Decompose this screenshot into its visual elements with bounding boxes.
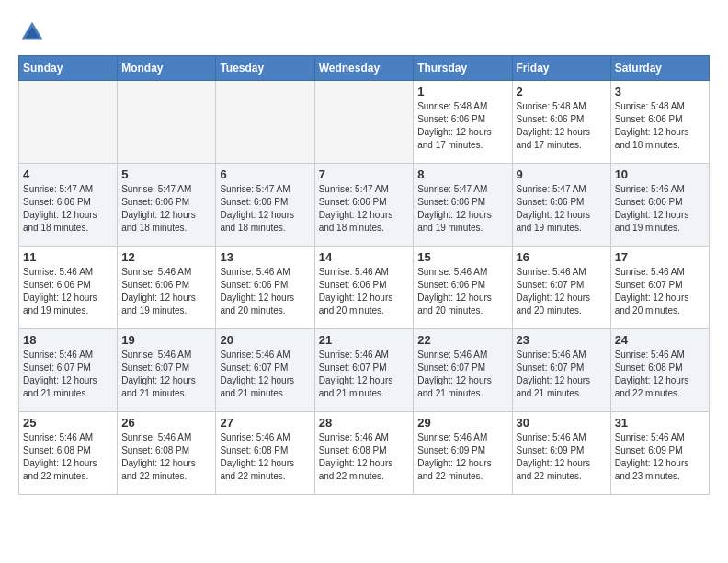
calendar-cell: 25Sunrise: 5:46 AM Sunset: 6:08 PM Dayli… xyxy=(19,412,118,495)
day-number: 8 xyxy=(417,167,507,181)
weekday-header-wednesday: Wednesday xyxy=(314,56,414,81)
day-number: 29 xyxy=(417,416,507,430)
day-info: Sunrise: 5:46 AM Sunset: 6:07 PM Dayligh… xyxy=(121,349,211,400)
day-number: 24 xyxy=(615,333,705,347)
calendar-cell: 10Sunrise: 5:46 AM Sunset: 6:06 PM Dayli… xyxy=(610,164,709,247)
day-info: Sunrise: 5:46 AM Sunset: 6:07 PM Dayligh… xyxy=(517,266,607,317)
calendar-cell xyxy=(19,81,118,164)
calendar-cell: 14Sunrise: 5:46 AM Sunset: 6:06 PM Dayli… xyxy=(314,247,414,329)
day-number: 10 xyxy=(615,167,705,181)
day-info: Sunrise: 5:46 AM Sunset: 6:07 PM Dayligh… xyxy=(615,266,705,317)
day-info: Sunrise: 5:46 AM Sunset: 6:06 PM Dayligh… xyxy=(23,266,113,317)
day-number: 13 xyxy=(220,250,310,264)
day-info: Sunrise: 5:48 AM Sunset: 6:06 PM Dayligh… xyxy=(615,100,705,152)
day-number: 17 xyxy=(615,250,705,264)
calendar-cell: 24Sunrise: 5:46 AM Sunset: 6:08 PM Dayli… xyxy=(610,329,709,412)
day-info: Sunrise: 5:47 AM Sunset: 6:06 PM Dayligh… xyxy=(417,183,507,235)
day-info: Sunrise: 5:46 AM Sunset: 6:09 PM Dayligh… xyxy=(517,431,607,483)
day-number: 3 xyxy=(615,85,705,98)
day-info: Sunrise: 5:46 AM Sunset: 6:07 PM Dayligh… xyxy=(23,349,113,400)
weekday-header-row: SundayMondayTuesdayWednesdayThursdayFrid… xyxy=(19,56,710,81)
day-info: Sunrise: 5:46 AM Sunset: 6:06 PM Dayligh… xyxy=(319,266,410,317)
calendar-cell: 15Sunrise: 5:46 AM Sunset: 6:06 PM Dayli… xyxy=(414,247,512,329)
day-info: Sunrise: 5:47 AM Sunset: 6:06 PM Dayligh… xyxy=(220,183,310,235)
day-info: Sunrise: 5:46 AM Sunset: 6:09 PM Dayligh… xyxy=(417,431,507,483)
week-row-2: 4Sunrise: 5:47 AM Sunset: 6:06 PM Daylig… xyxy=(19,164,710,247)
day-number: 1 xyxy=(417,85,507,98)
calendar-cell: 28Sunrise: 5:46 AM Sunset: 6:08 PM Dayli… xyxy=(314,412,414,495)
week-row-4: 18Sunrise: 5:46 AM Sunset: 6:07 PM Dayli… xyxy=(19,329,710,412)
calendar-cell xyxy=(314,81,414,164)
day-info: Sunrise: 5:46 AM Sunset: 6:06 PM Dayligh… xyxy=(220,266,310,317)
day-number: 27 xyxy=(220,416,310,430)
day-info: Sunrise: 5:46 AM Sunset: 6:07 PM Dayligh… xyxy=(220,349,310,400)
calendar-cell: 20Sunrise: 5:46 AM Sunset: 6:07 PM Dayli… xyxy=(216,329,314,412)
calendar-cell: 1Sunrise: 5:48 AM Sunset: 6:06 PM Daylig… xyxy=(414,81,512,164)
calendar-cell: 30Sunrise: 5:46 AM Sunset: 6:09 PM Dayli… xyxy=(512,412,610,495)
day-number: 5 xyxy=(121,167,211,181)
calendar-cell: 19Sunrise: 5:46 AM Sunset: 6:07 PM Dayli… xyxy=(118,329,216,412)
calendar-cell: 27Sunrise: 5:46 AM Sunset: 6:08 PM Dayli… xyxy=(216,412,314,495)
day-info: Sunrise: 5:47 AM Sunset: 6:06 PM Dayligh… xyxy=(319,183,410,235)
week-row-5: 25Sunrise: 5:46 AM Sunset: 6:08 PM Dayli… xyxy=(19,412,710,495)
day-number: 16 xyxy=(517,250,607,264)
weekday-header-tuesday: Tuesday xyxy=(216,56,314,81)
header xyxy=(18,18,710,46)
day-number: 14 xyxy=(319,250,410,264)
day-number: 28 xyxy=(319,416,410,430)
day-number: 30 xyxy=(517,416,607,430)
day-number: 6 xyxy=(220,167,310,181)
day-info: Sunrise: 5:46 AM Sunset: 6:08 PM Dayligh… xyxy=(121,431,211,483)
calendar-cell: 5Sunrise: 5:47 AM Sunset: 6:06 PM Daylig… xyxy=(118,164,216,247)
day-number: 12 xyxy=(121,250,211,264)
day-number: 9 xyxy=(517,167,607,181)
calendar-cell: 4Sunrise: 5:47 AM Sunset: 6:06 PM Daylig… xyxy=(19,164,118,247)
weekday-header-friday: Friday xyxy=(512,56,610,81)
day-info: Sunrise: 5:46 AM Sunset: 6:08 PM Dayligh… xyxy=(319,431,410,483)
weekday-header-saturday: Saturday xyxy=(610,56,709,81)
calendar-cell xyxy=(216,81,314,164)
day-number: 15 xyxy=(417,250,507,264)
calendar-cell: 3Sunrise: 5:48 AM Sunset: 6:06 PM Daylig… xyxy=(610,81,709,164)
calendar-cell: 11Sunrise: 5:46 AM Sunset: 6:06 PM Dayli… xyxy=(19,247,118,329)
day-number: 20 xyxy=(220,333,310,347)
calendar-cell: 16Sunrise: 5:46 AM Sunset: 6:07 PM Dayli… xyxy=(512,247,610,329)
day-info: Sunrise: 5:46 AM Sunset: 6:07 PM Dayligh… xyxy=(517,349,607,400)
day-number: 22 xyxy=(417,333,507,347)
calendar-cell xyxy=(118,81,216,164)
calendar-cell: 18Sunrise: 5:46 AM Sunset: 6:07 PM Dayli… xyxy=(19,329,118,412)
day-number: 11 xyxy=(23,250,113,264)
weekday-header-thursday: Thursday xyxy=(414,56,512,81)
day-info: Sunrise: 5:47 AM Sunset: 6:06 PM Dayligh… xyxy=(23,183,113,235)
calendar-cell: 22Sunrise: 5:46 AM Sunset: 6:07 PM Dayli… xyxy=(414,329,512,412)
day-info: Sunrise: 5:48 AM Sunset: 6:06 PM Dayligh… xyxy=(417,100,507,152)
weekday-header-sunday: Sunday xyxy=(19,56,118,81)
day-number: 7 xyxy=(319,167,410,181)
day-number: 2 xyxy=(517,85,607,98)
day-number: 26 xyxy=(121,416,211,430)
day-number: 25 xyxy=(23,416,113,430)
day-number: 31 xyxy=(615,416,705,430)
calendar-cell: 31Sunrise: 5:46 AM Sunset: 6:09 PM Dayli… xyxy=(610,412,709,495)
day-info: Sunrise: 5:46 AM Sunset: 6:06 PM Dayligh… xyxy=(121,266,211,317)
day-number: 23 xyxy=(517,333,607,347)
calendar-cell: 2Sunrise: 5:48 AM Sunset: 6:06 PM Daylig… xyxy=(512,81,610,164)
day-info: Sunrise: 5:46 AM Sunset: 6:08 PM Dayligh… xyxy=(615,349,705,400)
day-info: Sunrise: 5:47 AM Sunset: 6:06 PM Dayligh… xyxy=(517,183,607,235)
day-info: Sunrise: 5:46 AM Sunset: 6:08 PM Dayligh… xyxy=(220,431,310,483)
calendar-cell: 8Sunrise: 5:47 AM Sunset: 6:06 PM Daylig… xyxy=(414,164,512,247)
day-info: Sunrise: 5:46 AM Sunset: 6:07 PM Dayligh… xyxy=(319,349,410,400)
calendar-cell: 21Sunrise: 5:46 AM Sunset: 6:07 PM Dayli… xyxy=(314,329,414,412)
day-number: 21 xyxy=(319,333,410,347)
week-row-1: 1Sunrise: 5:48 AM Sunset: 6:06 PM Daylig… xyxy=(19,81,710,164)
calendar-cell: 7Sunrise: 5:47 AM Sunset: 6:06 PM Daylig… xyxy=(314,164,414,247)
logo-icon xyxy=(18,18,46,46)
day-info: Sunrise: 5:46 AM Sunset: 6:06 PM Dayligh… xyxy=(417,266,507,317)
day-number: 18 xyxy=(23,333,113,347)
calendar-cell: 13Sunrise: 5:46 AM Sunset: 6:06 PM Dayli… xyxy=(216,247,314,329)
calendar-cell: 17Sunrise: 5:46 AM Sunset: 6:07 PM Dayli… xyxy=(610,247,709,329)
day-info: Sunrise: 5:46 AM Sunset: 6:09 PM Dayligh… xyxy=(615,431,705,483)
week-row-3: 11Sunrise: 5:46 AM Sunset: 6:06 PM Dayli… xyxy=(19,247,710,329)
day-info: Sunrise: 5:46 AM Sunset: 6:06 PM Dayligh… xyxy=(615,183,705,235)
calendar-table: SundayMondayTuesdayWednesdayThursdayFrid… xyxy=(18,55,710,495)
